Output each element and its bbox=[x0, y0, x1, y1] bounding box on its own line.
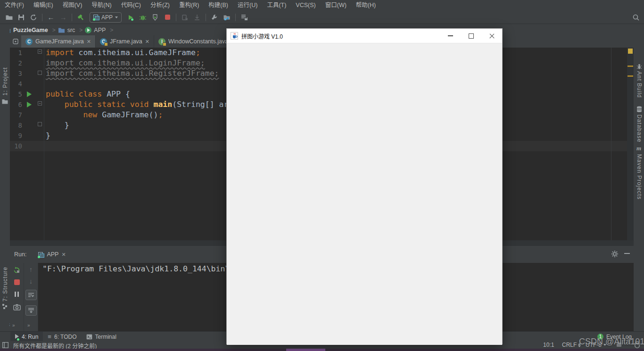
left-tool-stripe: 1: Project 7: Structure 2: Favorites ★ bbox=[0, 24, 10, 331]
rerun-icon[interactable] bbox=[13, 266, 21, 274]
window-title-bar[interactable]: 拼图小游戏 V1.0 bbox=[227, 29, 502, 43]
breadcrumb-project[interactable]: PuzzleGame bbox=[4, 27, 48, 33]
tool-window-run-button[interactable]: 4: Run bbox=[10, 332, 43, 342]
tool-window-project[interactable]: 1: Project bbox=[2, 62, 8, 96]
app-config-icon bbox=[93, 15, 99, 20]
breadcrumb-separator: > bbox=[110, 27, 113, 33]
search-everywhere-icon[interactable] bbox=[632, 13, 640, 22]
menu-tools[interactable]: 工具(T) bbox=[262, 0, 291, 11]
back-icon[interactable]: ← bbox=[45, 12, 57, 23]
menu-vcs[interactable]: VCS(S) bbox=[291, 0, 320, 11]
next-occurrence-icon: ↓ bbox=[29, 278, 33, 285]
tab-gamejframe[interactable]: C GameJFrame.java ✕ bbox=[21, 35, 96, 48]
more-actions-chevron[interactable]: » bbox=[27, 323, 31, 328]
right-tool-stripe: Ant Build Database m Maven Projects bbox=[634, 24, 644, 331]
forward-icon: → bbox=[57, 12, 69, 23]
close-icon bbox=[489, 33, 495, 39]
run-tab-label: APP bbox=[47, 251, 58, 258]
run-main-gutter-icon[interactable] bbox=[27, 102, 32, 107]
gutter-border bbox=[44, 48, 44, 240]
console-toolbar-left bbox=[10, 263, 24, 331]
stop-icon[interactable] bbox=[161, 12, 173, 23]
menu-help[interactable]: 帮助(H) bbox=[351, 0, 380, 11]
line-number: 4 bbox=[10, 79, 22, 89]
caret-position-widget[interactable]: 10:1 bbox=[543, 342, 554, 348]
menu-view[interactable]: 视图(V) bbox=[58, 0, 87, 11]
tool-window-terminal-button[interactable]: Terminal bbox=[82, 332, 121, 342]
toolbar-separator bbox=[206, 14, 206, 21]
code-line-2: import com.itheima.ui.LoginJFrame; bbox=[46, 58, 205, 68]
close-icon[interactable]: ✕ bbox=[61, 252, 66, 257]
menu-refactor[interactable]: 重构(R) bbox=[174, 0, 204, 11]
warning-mark[interactable] bbox=[627, 75, 633, 77]
warning-mark[interactable] bbox=[627, 65, 633, 67]
code-token: public class bbox=[46, 90, 102, 98]
close-icon[interactable]: ✕ bbox=[87, 39, 91, 44]
thread-dump-camera-icon[interactable] bbox=[13, 304, 21, 310]
toolbar-separator bbox=[42, 14, 42, 21]
fold-marker[interactable] bbox=[38, 71, 42, 75]
breadcrumb-class[interactable]: APP bbox=[85, 27, 106, 33]
menu-file[interactable]: 文件(F) bbox=[0, 0, 29, 11]
minimize-button[interactable] bbox=[440, 29, 461, 43]
run-configuration-combo[interactable]: APP bbox=[90, 12, 122, 23]
hide-panel-icon[interactable] bbox=[624, 253, 630, 254]
sync-icon[interactable] bbox=[27, 12, 40, 23]
run-tab-app[interactable]: APP ✕ bbox=[34, 246, 70, 263]
tool-window-switcher-icon[interactable] bbox=[2, 342, 8, 348]
save-file-template-icon[interactable] bbox=[238, 12, 250, 23]
menu-navigate[interactable]: 导航(N) bbox=[87, 0, 116, 11]
pause-icon[interactable] bbox=[14, 290, 20, 299]
inspection-status-icon[interactable] bbox=[628, 49, 633, 54]
menu-edit[interactable]: 编辑(E) bbox=[29, 0, 58, 11]
debug-icon[interactable] bbox=[137, 12, 149, 23]
run-with-coverage-icon[interactable] bbox=[149, 12, 161, 23]
toolbar-separator bbox=[176, 14, 176, 21]
tool-window-maven[interactable]: Maven Projects bbox=[636, 154, 643, 201]
taskbar-active-segment bbox=[286, 349, 325, 351]
breadcrumb-src[interactable]: src bbox=[58, 27, 75, 33]
code-token: ; bbox=[158, 110, 163, 119]
more-actions-chevron[interactable]: » bbox=[12, 323, 16, 328]
fold-marker[interactable] bbox=[38, 122, 42, 126]
build-hammer-icon[interactable] bbox=[74, 12, 87, 23]
tab-label: JFrame.java bbox=[110, 38, 142, 45]
toolbar-separator bbox=[72, 14, 72, 21]
code-token: main bbox=[153, 100, 172, 109]
stop-icon[interactable] bbox=[14, 279, 20, 285]
code-token: public static void bbox=[46, 100, 153, 109]
project-structure-icon[interactable] bbox=[221, 12, 233, 23]
maximize-button[interactable] bbox=[461, 29, 481, 43]
run-panel-title: Run: bbox=[14, 251, 26, 258]
line-separator-widget[interactable]: CRLF bbox=[562, 342, 581, 348]
scroll-to-end-icon[interactable] bbox=[25, 305, 37, 316]
close-icon[interactable]: ✕ bbox=[145, 39, 149, 44]
close-button[interactable] bbox=[481, 29, 502, 43]
fold-marker[interactable]: − bbox=[38, 49, 42, 54]
app-run-icon bbox=[38, 252, 44, 257]
tab-jframe[interactable]: C JFrame.java ✕ bbox=[96, 35, 154, 48]
run-class-gutter-icon[interactable] bbox=[27, 91, 32, 97]
tool-window-ant-build[interactable]: Ant Build bbox=[636, 71, 643, 102]
csdn-watermark: CSDN @Alita101 bbox=[579, 337, 644, 347]
breadcrumb-project-label: PuzzleGame bbox=[13, 27, 48, 33]
line-number: 3 bbox=[10, 68, 22, 79]
menu-run[interactable]: 运行(U) bbox=[233, 0, 262, 11]
menu-code[interactable]: 代码(C) bbox=[116, 0, 146, 11]
gear-icon[interactable] bbox=[611, 250, 619, 258]
tool-window-todo-button[interactable]: ≡ 6: TODO bbox=[43, 332, 81, 342]
menu-analyze[interactable]: 分析(Z) bbox=[146, 0, 174, 11]
run-icon[interactable] bbox=[124, 12, 137, 23]
fold-marker[interactable]: − bbox=[38, 101, 42, 106]
soft-wrap-icon[interactable] bbox=[25, 290, 37, 300]
tool-window-structure[interactable]: 7: Structure bbox=[2, 258, 8, 302]
editor-tab-options-icon[interactable] bbox=[10, 35, 21, 48]
open-icon[interactable] bbox=[3, 12, 15, 23]
wrench-icon[interactable] bbox=[208, 12, 221, 23]
menu-window[interactable]: 窗口(W) bbox=[321, 0, 351, 11]
interface-locked-icon: I bbox=[158, 38, 165, 45]
save-all-icon[interactable] bbox=[15, 12, 27, 23]
tool-window-database[interactable]: Database bbox=[636, 114, 643, 145]
menu-bar: 文件(F) 编辑(E) 视图(V) 导航(N) 代码(C) 分析(Z) 重构(R… bbox=[0, 0, 644, 11]
menu-build[interactable]: 构建(B) bbox=[204, 0, 233, 11]
